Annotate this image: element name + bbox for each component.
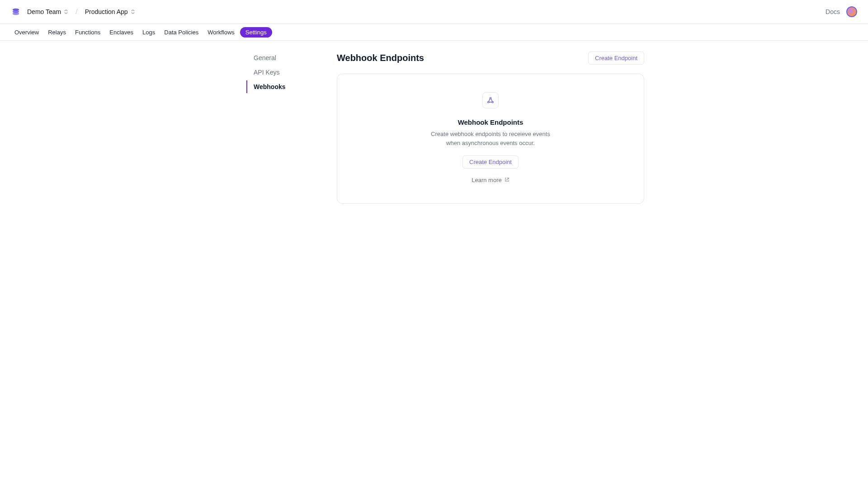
webhook-icon [482,92,499,108]
nav-functions[interactable]: Functions [71,27,104,38]
team-selector[interactable]: Demo Team [27,8,68,15]
learn-more-label: Learn more [472,177,501,183]
content-wrap: General API Keys Webhooks Webhook Endpoi… [246,52,644,204]
breadcrumb-separator: / [75,8,77,16]
chevron-updown-icon [131,9,135,14]
sidebar-item-webhooks[interactable]: Webhooks [246,80,319,93]
page-header: Webhook Endpoints Create Endpoint [337,52,644,65]
sidebar-item-api-keys[interactable]: API Keys [246,66,319,79]
topbar-right: Docs [826,6,857,17]
chevron-updown-icon [64,9,68,14]
avatar[interactable] [846,6,857,17]
nav-data-policies[interactable]: Data Policies [160,27,202,38]
logo-icon[interactable] [11,7,21,17]
app-name: Production App [85,8,128,15]
app-selector[interactable]: Production App [85,8,135,15]
empty-state-title: Webhook Endpoints [458,118,524,126]
learn-more-link[interactable]: Learn more [472,177,509,183]
team-name: Demo Team [27,8,61,15]
topbar: Demo Team / Production App Docs [0,0,868,24]
nav-overview[interactable]: Overview [11,27,42,38]
nav-enclaves[interactable]: Enclaves [106,27,137,38]
nav-relays[interactable]: Relays [44,27,70,38]
external-link-icon [505,177,509,183]
nav-workflows[interactable]: Workflows [204,27,238,38]
empty-state-description: Create webhook endpoints to receieve eve… [425,130,556,147]
empty-state-card: Webhook Endpoints Create webhook endpoin… [337,74,644,204]
topbar-left: Demo Team / Production App [11,7,135,17]
sidebar-item-general[interactable]: General [246,52,319,64]
page-title: Webhook Endpoints [337,53,424,63]
create-endpoint-button[interactable]: Create Endpoint [588,52,644,65]
empty-create-endpoint-button[interactable]: Create Endpoint [462,155,519,169]
settings-sidebar: General API Keys Webhooks [246,52,319,204]
page-content: Webhook Endpoints Create Endpoint Webhoo… [337,52,644,204]
nav-settings[interactable]: Settings [240,27,272,38]
docs-link[interactable]: Docs [826,8,840,15]
nav-logs[interactable]: Logs [139,27,159,38]
navbar: Overview Relays Functions Enclaves Logs … [0,24,868,41]
main: General API Keys Webhooks Webhook Endpoi… [0,41,868,204]
